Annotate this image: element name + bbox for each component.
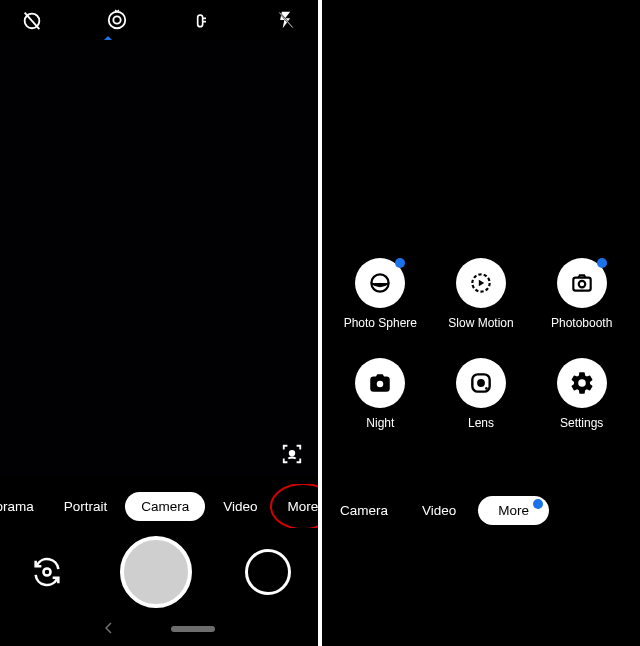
motion-icon[interactable] [105,8,129,32]
svg-point-2 [108,12,125,29]
mode-portrait[interactable]: Portrait [52,491,120,522]
lens-icon [456,358,506,408]
more-item-label: Lens [468,416,494,430]
mode-selector[interactable]: norama Portrait Camera Video More [0,484,318,528]
more-item-settings[interactable]: Settings [531,358,632,430]
gallery-thumbnail[interactable] [245,549,291,595]
phone-left: Motion is enabled norama Portrait Camera… [0,0,318,646]
mode-more-label: More [498,503,529,518]
mode-video[interactable]: Video [211,491,269,522]
photosphere-icon [355,258,405,308]
svg-rect-13 [573,278,590,291]
more-item-night[interactable]: Night [330,358,431,430]
phone-right: Photo Sphere Slow Motion Photobooth Nigh… [322,0,640,646]
more-item-label: Photobooth [551,316,612,330]
svg-point-3 [113,16,120,23]
nav-home-pill[interactable] [171,626,215,632]
more-item-slowmotion[interactable]: Slow Motion [431,258,532,330]
top-toolbar [0,0,318,40]
mode-camera[interactable]: Camera [125,492,205,521]
more-item-lens[interactable]: Lens [431,358,532,430]
svg-point-16 [377,381,384,388]
face-retouch-icon[interactable] [278,440,306,468]
night-icon [355,358,405,408]
whitebalance-icon[interactable] [189,8,213,32]
more-item-photobooth[interactable]: Photobooth [531,258,632,330]
photobooth-icon [557,258,607,308]
mode-selector[interactable]: Camera Video More [322,488,640,532]
svg-point-14 [578,281,585,288]
mode-panorama[interactable]: norama [0,491,46,522]
svg-point-18 [478,380,483,385]
new-badge-dot [395,258,405,268]
camera-viewfinder[interactable] [0,40,318,476]
flash-off-icon[interactable] [274,8,298,32]
svg-rect-4 [198,15,203,27]
more-item-label: Slow Motion [448,316,513,330]
nav-back-icon[interactable] [103,622,117,636]
mode-camera[interactable]: Camera [328,495,400,526]
mode-more[interactable]: More [478,496,549,525]
camera-controls [0,530,318,614]
more-item-label: Photo Sphere [344,316,417,330]
svg-point-10 [43,568,50,575]
new-badge-dot [533,499,543,509]
mode-more[interactable]: More [276,491,318,522]
new-badge-dot [597,258,607,268]
more-item-label: Night [366,416,394,430]
mode-video[interactable]: Video [410,495,468,526]
more-modes-grid: Photo Sphere Slow Motion Photobooth Nigh… [322,258,640,430]
more-item-photosphere[interactable]: Photo Sphere [330,258,431,330]
switch-camera-button[interactable] [27,552,67,592]
settings-icon [557,358,607,408]
more-item-label: Settings [560,416,603,430]
svg-point-19 [485,387,488,390]
shutter-button[interactable] [120,536,192,608]
slowmotion-icon [456,258,506,308]
timer-off-icon[interactable] [20,8,44,32]
svg-point-9 [290,451,295,456]
android-navbar [0,616,318,642]
